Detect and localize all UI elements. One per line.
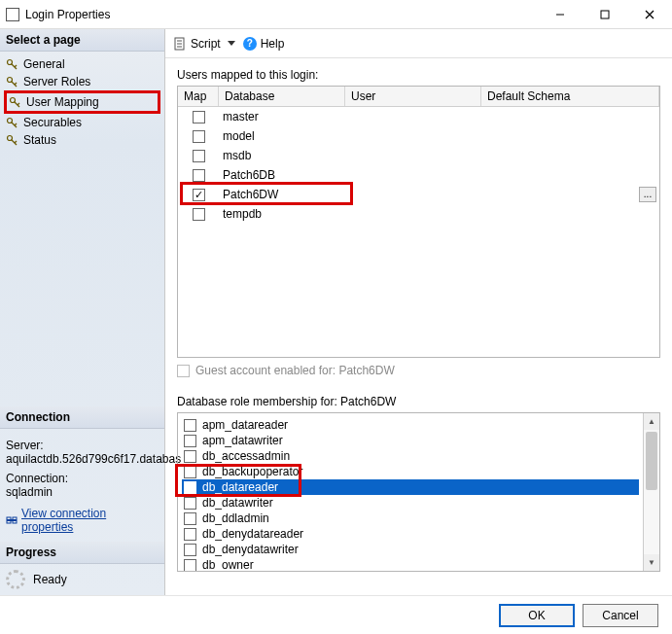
link-icon [6, 514, 18, 526]
table-row[interactable]: Patch6DB [178, 165, 659, 185]
role-item[interactable]: apm_datawriter [182, 433, 639, 448]
page-list: GeneralServer RolesUser MappingSecurable… [0, 52, 164, 153]
script-icon [173, 37, 187, 51]
close-button[interactable] [627, 0, 672, 29]
table-row[interactable]: model [178, 126, 659, 146]
col-schema[interactable]: Default Schema [481, 87, 659, 106]
ok-button[interactable]: OK [499, 604, 575, 627]
svg-rect-1 [601, 11, 609, 18]
role-name: db_datareader [202, 480, 278, 494]
map-checkbox[interactable] [193, 189, 205, 201]
map-checkbox[interactable] [193, 150, 205, 162]
scroll-down-button[interactable]: ▼ [644, 554, 659, 571]
ok-label: OK [528, 609, 545, 622]
toolbar: Script ? Help [165, 29, 672, 58]
script-button[interactable]: Script [173, 37, 235, 51]
map-checkbox[interactable] [193, 130, 205, 143]
help-button[interactable]: ? Help [243, 37, 285, 51]
map-checkbox[interactable] [193, 208, 205, 221]
map-checkbox[interactable] [193, 169, 205, 182]
sidebar-item-label: General [23, 57, 65, 71]
sidebar-item-label: Server Roles [23, 75, 90, 88]
sidebar-item-status[interactable]: Status [4, 131, 160, 149]
col-user[interactable]: User [345, 87, 481, 106]
maximize-button[interactable] [583, 0, 627, 29]
role-name: apm_datawriter [202, 434, 283, 447]
table-row[interactable]: Patch6DW... [178, 185, 659, 204]
role-item[interactable]: db_denydatawriter [182, 542, 639, 557]
database-name: Patch6DW [219, 188, 345, 201]
role-name: db_ddladmin [202, 511, 269, 525]
database-grid[interactable]: Map Database User Default Schema masterm… [177, 86, 660, 358]
role-name: db_owner [202, 558, 254, 571]
sidebar-item-general[interactable]: General [4, 55, 160, 73]
key-icon [6, 134, 18, 146]
progress-block: Ready [0, 564, 164, 595]
main: Script ? Help Users mapped to this login… [165, 29, 672, 595]
cancel-button[interactable]: Cancel [583, 604, 658, 627]
key-icon [6, 117, 18, 128]
role-checkbox[interactable] [184, 559, 196, 572]
progress-header: Progress [0, 542, 164, 564]
scrollbar[interactable]: ▲ ▼ [643, 413, 659, 571]
role-checkbox[interactable] [184, 435, 196, 447]
role-name: apm_datareader [202, 418, 288, 432]
chevron-down-icon [228, 41, 235, 46]
col-map[interactable]: Map [178, 87, 219, 106]
connection-block: Server: aquilactdb.526d799c6f17.databas … [0, 429, 164, 542]
role-name: db_accessadmin [202, 449, 290, 463]
role-checkbox[interactable] [184, 528, 196, 541]
database-name: Patch6DB [219, 168, 345, 182]
help-label: Help [261, 37, 285, 51]
role-item[interactable]: db_denydatareader [182, 526, 639, 542]
dialog-footer: OK Cancel [0, 595, 672, 634]
guest-account-label: Guest account enabled for: Patch6DW [195, 364, 395, 377]
app-icon [6, 8, 19, 21]
table-row[interactable]: tempdb [178, 204, 659, 224]
role-item[interactable]: db_ddladmin [182, 511, 639, 526]
role-item[interactable]: db_accessadmin [182, 448, 639, 464]
svg-line-6 [15, 65, 17, 67]
role-checkbox[interactable] [184, 481, 196, 494]
view-connection-properties-link[interactable]: View connection properties [6, 507, 159, 534]
table-row[interactable]: master [178, 107, 659, 126]
role-item[interactable]: db_datareader [182, 479, 639, 495]
svg-line-18 [15, 141, 17, 143]
role-name: db_backupoperator [202, 465, 302, 478]
titlebar: Login Properties [0, 0, 672, 29]
ellipsis-button[interactable]: ... [639, 187, 656, 202]
guest-account-checkbox [177, 365, 190, 377]
role-item[interactable]: apm_datareader [182, 417, 639, 433]
scroll-thumb[interactable] [646, 432, 657, 490]
sidebar-item-user-mapping[interactable]: User Mapping [4, 90, 160, 114]
progress-status: Ready [33, 573, 67, 586]
table-row[interactable]: msdb [178, 146, 659, 165]
database-name: tempdb [219, 207, 345, 221]
sidebar-item-server-roles[interactable]: Server Roles [4, 73, 160, 90]
key-icon [6, 76, 18, 88]
role-checkbox[interactable] [184, 544, 196, 556]
role-checkbox[interactable] [184, 450, 196, 463]
scroll-track[interactable] [644, 430, 659, 554]
role-checkbox[interactable] [184, 497, 196, 510]
cancel-label: Cancel [602, 609, 638, 622]
map-checkbox[interactable] [193, 111, 205, 123]
role-checkbox[interactable] [184, 512, 196, 525]
role-item[interactable]: db_backupoperator [182, 464, 639, 479]
role-checkbox[interactable] [184, 466, 196, 478]
role-checkbox[interactable] [184, 419, 196, 432]
sidebar-item-securables[interactable]: Securables [4, 114, 160, 131]
role-item[interactable]: db_owner [182, 557, 639, 571]
minimize-button[interactable] [538, 0, 583, 29]
role-name: db_datawriter [202, 496, 273, 510]
col-database[interactable]: Database [219, 87, 345, 106]
role-item[interactable]: db_datawriter [182, 495, 639, 511]
sidebar-item-label: User Mapping [26, 95, 99, 109]
select-page-header: Select a page [0, 29, 164, 52]
svg-line-12 [18, 103, 19, 105]
database-name: master [219, 110, 345, 123]
sidebar-item-label: Status [23, 133, 56, 147]
scroll-up-button[interactable]: ▲ [644, 413, 659, 430]
role-list[interactable]: apm_datareaderapm_datawriterdb_accessadm… [177, 412, 660, 572]
connection-label: Connection: [6, 472, 159, 485]
